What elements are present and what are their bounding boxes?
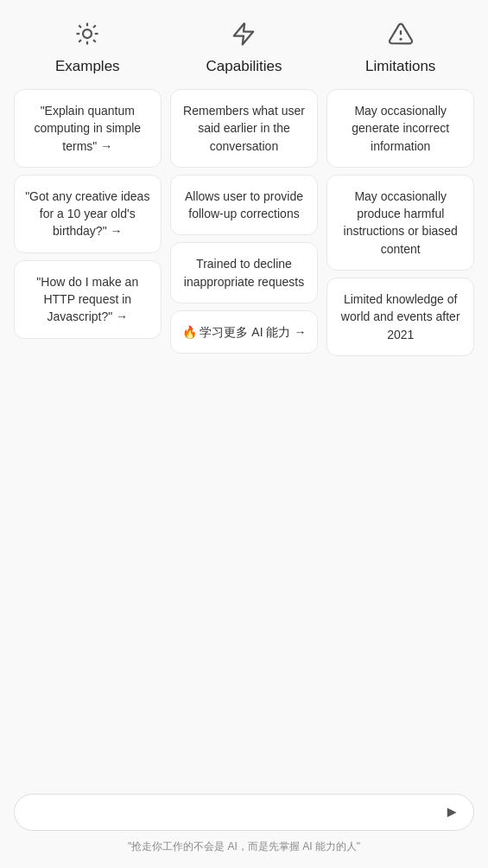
- columns-header: Examples Capabilities Limitations: [14, 21, 474, 75]
- limitations-column: May occasionally generate incorrect info…: [326, 89, 474, 356]
- example-card-1[interactable]: "Explain quantum computing in simple ter…: [14, 89, 162, 168]
- send-icon: ►: [444, 803, 459, 821]
- example-card-3[interactable]: "How do I make an HTTP request in Javasc…: [14, 260, 162, 339]
- limitation-card-3: Limited knowledge of world and events af…: [326, 278, 474, 356]
- bolt-icon: [231, 21, 257, 51]
- bottom-area: ► "抢走你工作的不会是 AI，而是先掌握 AI 能力的人": [0, 794, 488, 868]
- main-content: Examples Capabilities Limitations: [0, 0, 488, 582]
- svg-line-8: [79, 40, 82, 42]
- limitation-card-2: May occasionally produce harmful instruc…: [326, 175, 474, 271]
- sun-icon: [74, 21, 100, 51]
- svg-line-5: [79, 25, 82, 28]
- limitations-title: Limitations: [365, 58, 435, 75]
- examples-title: Examples: [55, 58, 120, 75]
- examples-column: "Explain quantum computing in simple ter…: [14, 89, 162, 339]
- message-input[interactable]: [29, 805, 437, 820]
- svg-line-7: [93, 25, 96, 28]
- svg-point-0: [83, 29, 92, 38]
- footer-text: "抢走你工作的不会是 AI，而是先掌握 AI 能力的人": [14, 839, 474, 854]
- col-header-examples: Examples: [14, 21, 162, 75]
- capability-card-3: Trained to decline inappropriate request…: [170, 242, 318, 303]
- col-header-limitations: Limitations: [326, 21, 474, 75]
- capability-card-1: Remembers what user said earlier in the …: [170, 89, 318, 168]
- svg-line-6: [93, 40, 96, 42]
- capability-card-4[interactable]: 🔥 学习更多 AI 能力 →: [170, 310, 318, 354]
- example-card-2[interactable]: "Got any creative ideas for a 10 year ol…: [14, 175, 162, 253]
- capabilities-column: Remembers what user said earlier in the …: [170, 89, 318, 354]
- send-button[interactable]: ►: [444, 803, 459, 821]
- capability-card-2: Allows user to provide follow-up correct…: [170, 175, 318, 236]
- capabilities-title: Capabilities: [206, 58, 282, 75]
- cards-grid: "Explain quantum computing in simple ter…: [14, 89, 474, 356]
- col-header-capabilities: Capabilities: [170, 21, 318, 75]
- input-row: ►: [14, 794, 474, 831]
- limitation-card-1: May occasionally generate incorrect info…: [326, 89, 474, 168]
- warning-icon: [388, 21, 414, 51]
